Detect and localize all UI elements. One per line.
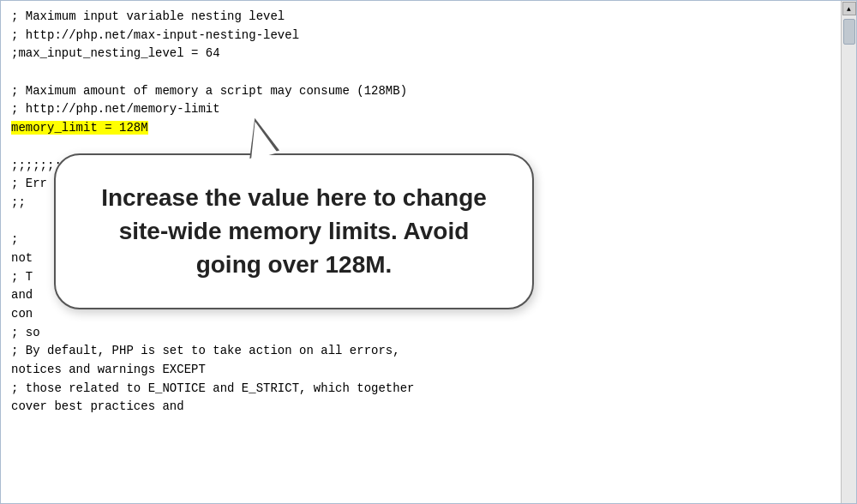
code-line-7: memory_limit = 128M [11, 119, 830, 138]
code-line-3: ;max_input_nesting_level = 64 [11, 45, 830, 63]
scroll-thumb[interactable] [843, 19, 855, 45]
scrollbar-right[interactable]: ▲ [841, 1, 856, 503]
empty-line-4 [11, 63, 830, 82]
code-line-20: notices and warnings EXCEPT [11, 361, 830, 380]
code-line-5: ; Maximum amount of memory a script may … [11, 82, 830, 101]
code-line-21: ; those related to E_NOTICE and E_STRICT… [11, 380, 830, 399]
tooltip-bubble: Increase the value here to change site-w… [54, 153, 534, 309]
scroll-arrow-up[interactable]: ▲ [842, 2, 856, 15]
highlighted-setting: memory_limit = 128M [11, 121, 148, 135]
code-line-19: ; By default, PHP is set to take action … [11, 342, 830, 361]
code-line-6: ; http://php.net/memory-limit [11, 100, 830, 119]
tooltip-text: Increase the value here to change site-w… [101, 184, 487, 278]
editor-window: ; Maximum input variable nesting level ;… [0, 0, 857, 504]
code-line-22: cover best practices and [11, 398, 830, 417]
code-line-2: ; http://php.net/max-input-nesting-level [11, 27, 830, 45]
code-line-18: ; so [11, 324, 830, 343]
code-line-1: ; Maximum input variable nesting level [11, 8, 830, 27]
